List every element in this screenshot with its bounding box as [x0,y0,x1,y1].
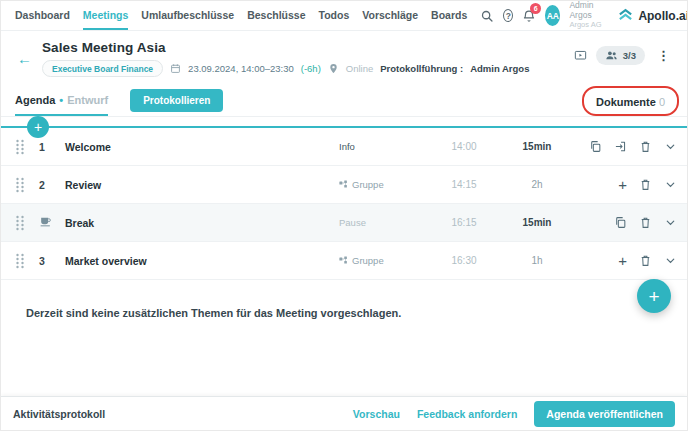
agenda-item-actions: + [573,253,681,268]
no-suggestions-text: Derzeit sind keine zusätzlichen Themen f… [26,307,673,319]
nav-item-dashboard[interactable]: Dashboard [15,1,70,30]
protocol-value: Admin Argos [470,63,529,74]
group-type-icon [339,180,348,189]
dokumente-label: Dokumente [596,96,656,108]
publish-agenda-button[interactable]: Agenda veröffentlichen [534,401,675,427]
coffee-cup-icon [39,215,65,230]
agenda-item-title[interactable]: Welcome [65,141,339,153]
agenda-item-duration[interactable]: 15min [501,141,573,152]
trash-icon[interactable] [639,178,652,191]
drag-handle-icon[interactable] [15,215,39,231]
dokumente-count: 0 [659,96,665,108]
agenda-item-type[interactable]: Gruppe [339,255,427,266]
protokollieren-button[interactable]: Protokollieren [130,89,223,112]
drag-handle-icon[interactable] [15,253,39,269]
agenda-row-welcome: 1 Welcome Info 14:00 15min [1,128,687,166]
committee-badge[interactable]: Executive Board Finance [42,60,163,77]
back-arrow-icon[interactable]: ← [17,50,32,67]
chevron-down-icon[interactable] [664,178,677,191]
dokumente-button[interactable]: Dokumente0 [588,88,673,114]
agenda-item-type[interactable]: Gruppe [339,179,427,190]
agenda-item-actions [573,140,681,153]
meeting-title: Sales Meeting Asia [42,40,574,55]
request-feedback-link[interactable]: Feedback anfordern [417,408,517,420]
trash-icon[interactable] [639,140,652,153]
attendees-pill[interactable]: 3/3 [596,46,645,65]
trash-icon[interactable] [639,216,652,229]
preview-link[interactable]: Vorschau [353,408,400,420]
agenda-item-title[interactable]: Review [65,179,339,191]
add-sub-item-icon[interactable]: + [618,177,627,192]
search-icon[interactable] [480,8,494,23]
user-avatar[interactable]: AA [545,5,560,26]
notification-count-badge: 6 [530,3,541,14]
agenda-item-time[interactable]: 16:15 [427,217,501,228]
app-window: Dashboard Meetings Umlaufbeschlüsse Besc… [0,0,688,431]
chevron-down-icon[interactable] [664,254,677,267]
brand-logo: Apollo.ai [617,7,688,24]
copy-icon[interactable] [614,216,627,229]
agenda-item-number: 2 [39,179,65,191]
agenda-item-title[interactable]: Break [65,217,339,229]
user-meta[interactable]: Admin Argos Argos AG [569,1,604,29]
agenda-item-time[interactable]: 14:15 [427,179,501,190]
nav-item-vorschlaege[interactable]: Vorschläge [362,1,418,30]
tab-agenda[interactable]: Agenda • Entwurf [15,85,108,116]
apollo-logo-icon [617,7,634,24]
nav-item-meetings[interactable]: Meetings [83,1,129,30]
timezone-offset: (-6h) [301,63,321,74]
activity-log-link[interactable]: Aktivitätsprotokoll [13,408,105,420]
protocol-label: Protokollführung : [380,63,463,74]
trash-icon[interactable] [639,254,652,267]
agenda-item-duration[interactable]: 2h [501,179,573,190]
help-icon[interactable]: ? [503,9,513,22]
kebab-menu-icon[interactable]: ⋮ [654,48,673,63]
nav-item-beschluesse[interactable]: Beschlüsse [247,1,305,30]
nav-item-umlaufbeschluesse[interactable]: Umlaufbeschlüsse [141,1,234,30]
add-sub-item-icon[interactable]: + [618,253,627,268]
agenda-item-time[interactable]: 16:30 [427,255,501,266]
brand-name: Apollo.ai [638,9,688,23]
present-screen-icon[interactable] [574,49,587,62]
agenda-item-type[interactable]: Pause [339,217,427,228]
agenda-row-review: 2 Review Gruppe 14:15 2h + [1,166,687,204]
calendar-icon [170,63,181,74]
floating-add-button[interactable]: + [637,279,671,313]
agenda-row-market-overview: 3 Market overview Gruppe 16:30 1h + [1,242,687,280]
meeting-date: 23.09.2024, 14:00–23:30 [188,63,294,74]
chevron-down-icon[interactable] [664,140,677,153]
tab-agenda-label: Agenda [15,94,55,106]
drag-handle-icon[interactable] [15,139,39,155]
location-pin-icon [328,63,339,74]
agenda-item-duration[interactable]: 1h [501,255,573,266]
meeting-header-actions: 3/3 ⋮ [574,46,673,65]
agenda-item-actions [573,216,681,229]
agenda-item-time[interactable]: 14:00 [427,141,501,152]
meeting-meta: Executive Board Finance 23.09.2024, 14:0… [42,60,574,77]
drag-handle-icon[interactable] [15,177,39,193]
nav-right-group: ? 6 AA Admin Argos Argos AG Apollo.ai [480,1,688,30]
user-name: Admin Argos [569,1,604,21]
tab-agenda-status: Entwurf [67,94,108,106]
nav-item-boards[interactable]: Boards [431,1,467,30]
agenda-item-type[interactable]: Info [339,141,427,152]
user-org: Argos AG [569,21,604,30]
insert-into-icon[interactable] [614,140,627,153]
agenda-item-actions: + [573,177,681,192]
meeting-location: Online [346,63,373,74]
group-type-icon [339,256,348,265]
chevron-down-icon[interactable] [664,216,677,229]
notifications-bell-icon[interactable]: 6 [522,8,536,23]
people-icon [605,49,618,62]
agenda-insert-line: + [1,126,687,128]
tabs-row: Agenda • Entwurf Protokollieren Dokument… [1,85,687,117]
nav-item-todos[interactable]: Todos [319,1,350,30]
agenda-item-duration[interactable]: 15min [501,217,573,228]
attendees-count: 3/3 [623,50,636,61]
agenda-item-title[interactable]: Market overview [65,255,339,267]
copy-icon[interactable] [589,140,602,153]
meeting-header: ← Sales Meeting Asia Executive Board Fin… [1,31,687,85]
draft-dot: • [59,94,63,106]
add-agenda-item-button[interactable]: + [27,116,49,138]
footer-bar: Aktivitätsprotokoll Vorschau Feedback an… [1,396,687,430]
